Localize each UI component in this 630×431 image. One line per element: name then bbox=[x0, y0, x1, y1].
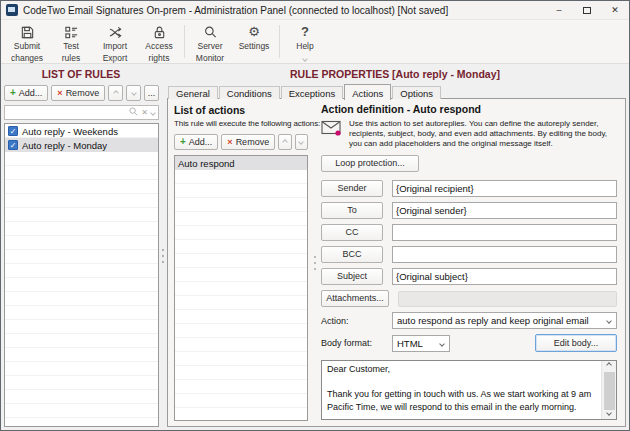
subject-input[interactable] bbox=[392, 268, 617, 285]
chevron-down-icon bbox=[302, 56, 308, 62]
list-of-actions-panel: List of actions This rule will execute t… bbox=[168, 99, 311, 426]
add-action-button[interactable]: +Add... bbox=[174, 134, 218, 150]
rules-search-input[interactable] bbox=[8, 108, 126, 118]
rule-properties-tabs: General Conditions Exceptions Actions Op… bbox=[168, 84, 442, 99]
remove-action-button[interactable]: ×Remove bbox=[221, 134, 275, 150]
action-list-item-selected[interactable]: Auto respond bbox=[175, 156, 307, 170]
clear-search-icon[interactable]: ✕ bbox=[141, 109, 148, 117]
add-rule-button[interactable]: +Add... bbox=[4, 85, 48, 101]
chevron-up-icon bbox=[282, 139, 288, 145]
toolbar-label: Test bbox=[63, 42, 79, 52]
list-of-actions-title: List of actions bbox=[174, 104, 308, 116]
toolbar-label: Server bbox=[197, 42, 222, 52]
body-preview-box: Dear Customer, Thank you for getting in … bbox=[321, 360, 617, 420]
gear-icon: ⚙ bbox=[248, 24, 260, 40]
action-select-value: auto respond as reply and keep original … bbox=[397, 315, 589, 326]
actions-toolbar: +Add... ×Remove bbox=[174, 134, 308, 150]
subject-button[interactable]: Subject bbox=[321, 268, 383, 285]
rule-label: Auto reply - Monday bbox=[22, 140, 107, 151]
search-options-chevron-icon[interactable] bbox=[150, 110, 156, 116]
body-scrollbar[interactable] bbox=[601, 361, 616, 419]
bcc-input[interactable] bbox=[392, 246, 617, 263]
settings-button[interactable]: ⚙ Settings bbox=[232, 20, 276, 63]
cc-input[interactable] bbox=[392, 224, 617, 241]
scroll-up-icon[interactable] bbox=[602, 361, 616, 370]
bcc-label: BCC bbox=[342, 249, 361, 259]
cc-label: CC bbox=[346, 227, 359, 237]
app-logo-icon bbox=[6, 4, 18, 16]
add-rule-label: Add... bbox=[19, 88, 43, 98]
move-action-down-button[interactable] bbox=[295, 134, 308, 150]
attachments-button[interactable]: Attachments... bbox=[321, 290, 389, 307]
toolbar-separator bbox=[184, 25, 185, 58]
to-input[interactable] bbox=[392, 202, 617, 219]
action-definition-panel: Action definition - Auto respond Use thi… bbox=[319, 99, 625, 426]
minimize-button[interactable]: – bbox=[545, 1, 573, 19]
sender-label: Sender bbox=[337, 183, 366, 193]
remove-action-label: Remove bbox=[236, 137, 270, 147]
tab-conditions[interactable]: Conditions bbox=[219, 86, 280, 99]
toolbar-label: Help bbox=[296, 42, 313, 52]
rule-label: Auto reply - Weekends bbox=[22, 126, 118, 137]
body-format-value: HTML bbox=[397, 338, 423, 349]
rule-list-item[interactable]: ✓ Auto reply - Weekends bbox=[5, 124, 158, 138]
list-of-actions-description: This rule will execute the following act… bbox=[174, 119, 308, 128]
test-rules-button[interactable]: Test rules bbox=[49, 20, 93, 63]
toolbar-label: Submit bbox=[14, 42, 40, 52]
close-button[interactable]: ✕ bbox=[601, 1, 629, 19]
maximize-button[interactable] bbox=[573, 1, 601, 19]
tab-general[interactable]: General bbox=[168, 86, 218, 99]
move-rule-down-button[interactable] bbox=[126, 85, 141, 101]
rule-enabled-checkbox[interactable]: ✓ bbox=[8, 126, 18, 136]
tab-exceptions[interactable]: Exceptions bbox=[281, 86, 343, 99]
toolbar-label: rights bbox=[149, 54, 170, 64]
sender-button[interactable]: Sender bbox=[321, 180, 383, 197]
toolbar-label: rules bbox=[62, 54, 80, 64]
tab-actions[interactable]: Actions bbox=[344, 84, 391, 100]
rule-list-item-selected[interactable]: ✓ Auto reply - Monday bbox=[5, 138, 158, 152]
list-of-rules-header: LIST OF RULES bbox=[1, 68, 161, 80]
action-definition-title: Action definition - Auto respond bbox=[321, 103, 617, 115]
access-rights-button[interactable]: Access rights bbox=[137, 20, 181, 63]
submit-changes-button[interactable]: Submit changes bbox=[5, 20, 49, 63]
rule-enabled-checkbox[interactable]: ✓ bbox=[8, 140, 18, 150]
rules-search-box: ✕ bbox=[4, 105, 159, 120]
body-format-label: Body format: bbox=[321, 338, 383, 348]
actions-splitter[interactable] bbox=[311, 99, 319, 426]
search-icon[interactable] bbox=[129, 107, 138, 118]
body-text[interactable]: Dear Customer, Thank you for getting in … bbox=[322, 361, 601, 419]
toolbar-label: Access bbox=[145, 42, 172, 52]
to-label: To bbox=[347, 205, 357, 215]
subject-label: Subject bbox=[337, 271, 367, 281]
scroll-thumb[interactable] bbox=[604, 372, 615, 411]
window-controls: – ✕ bbox=[545, 1, 629, 19]
remove-rule-button[interactable]: ×Remove bbox=[51, 85, 105, 101]
server-monitor-button[interactable]: Server Monitor bbox=[188, 20, 232, 63]
move-action-up-button[interactable] bbox=[278, 134, 291, 150]
to-button[interactable]: To bbox=[321, 202, 383, 219]
toolbar-label: Import bbox=[103, 42, 127, 52]
sender-input[interactable] bbox=[392, 180, 617, 197]
panel-splitter[interactable] bbox=[159, 85, 167, 427]
loop-protection-button[interactable]: Loop protection... bbox=[321, 155, 419, 172]
toolbar-label: Monitor bbox=[196, 54, 224, 64]
close-icon: ✕ bbox=[611, 5, 619, 15]
attachments-field bbox=[398, 291, 617, 307]
minimize-icon: – bbox=[556, 5, 561, 15]
title-bar: CodeTwo Email Signatures On-prem - Admin… bbox=[1, 1, 629, 20]
import-export-button[interactable]: Import Export bbox=[93, 20, 137, 63]
edit-body-button[interactable]: Edit body... bbox=[535, 334, 617, 352]
body-format-select[interactable]: HTML bbox=[392, 335, 450, 352]
scroll-down-icon[interactable] bbox=[602, 410, 616, 419]
toolbar-label: changes bbox=[11, 54, 43, 64]
move-rule-up-button[interactable] bbox=[108, 85, 123, 101]
edit-body-label: Edit body... bbox=[554, 338, 598, 348]
help-button[interactable]: ? Help bbox=[283, 20, 327, 63]
more-rules-options-button[interactable]: ... bbox=[144, 85, 159, 101]
cc-button[interactable]: CC bbox=[321, 224, 383, 241]
action-select[interactable]: auto respond as reply and keep original … bbox=[392, 312, 617, 329]
bcc-button[interactable]: BCC bbox=[321, 246, 383, 263]
tab-options[interactable]: Options bbox=[392, 86, 441, 99]
chevron-up-icon bbox=[113, 90, 119, 96]
rules-panel: +Add... ×Remove ... ✕ ✓ Auto reply - Wee… bbox=[4, 85, 159, 427]
